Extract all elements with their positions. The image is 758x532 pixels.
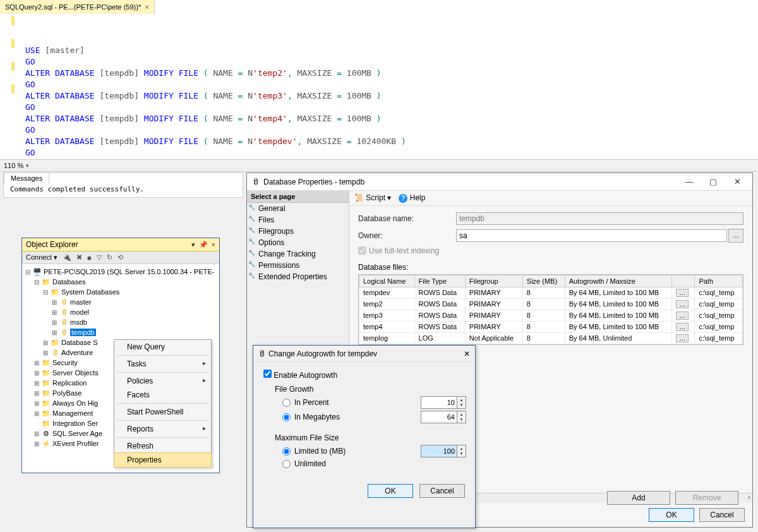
- unlimited-radio[interactable]: [282, 460, 291, 468]
- ctx-sep: [117, 372, 208, 373]
- ctx-tasks[interactable]: Tasks: [114, 357, 211, 371]
- ctx-powershell[interactable]: Start PowerShell: [114, 405, 211, 419]
- table-row[interactable]: temp4ROWS DataPRIMARY8By 64 MB, Limited …: [359, 321, 743, 332]
- col-header[interactable]: File Type: [414, 275, 465, 287]
- tab-label: SQLQuery2.sql - PE...(PETE-PC\pete (59))…: [5, 3, 141, 11]
- percent-input[interactable]: [421, 397, 457, 408]
- ctx-refresh[interactable]: Refresh: [114, 439, 211, 453]
- sql-editor[interactable]: USE [master]GOALTER DATABASE [tempdb] MO…: [0, 14, 758, 159]
- in-percent-radio[interactable]: [282, 399, 291, 407]
- table-row[interactable]: temp3ROWS DataPRIMARY8By 64 MB, Limited …: [359, 310, 743, 321]
- page-filegroups[interactable]: Filegroups: [247, 226, 349, 237]
- minimize-button[interactable]: —: [679, 177, 699, 186]
- pin-icon[interactable]: 📌: [199, 241, 208, 249]
- editor-gutter: [0, 14, 18, 159]
- close-button[interactable]: ✕: [727, 177, 747, 186]
- mb-input[interactable]: [421, 411, 457, 423]
- close-icon[interactable]: ×: [145, 3, 148, 11]
- help-button[interactable]: ? Help: [399, 193, 425, 203]
- page-change-tracking[interactable]: Change Tracking: [247, 248, 349, 260]
- messages-text: Commands completed successfully.: [4, 184, 243, 195]
- dlg-titlebar[interactable]: 🛢 Database Properties - tempdb — ▢ ✕: [247, 173, 752, 191]
- close-button[interactable]: ✕: [464, 349, 470, 358]
- enable-autogrowth-label: Enable Autogrowth: [274, 371, 337, 380]
- autogrowth-edit-button[interactable]: …: [676, 334, 689, 342]
- ag-cancel-button[interactable]: Cancel: [419, 484, 465, 498]
- oe-toolbar: Connect ▾ 🔌 ✖ ■ ▽ ↻ ⟲: [22, 251, 219, 264]
- cancel-button[interactable]: Cancel: [699, 508, 745, 522]
- ctx-reports[interactable]: Reports: [114, 422, 211, 436]
- col-header[interactable]: Path: [695, 275, 743, 287]
- autogrowth-edit-button[interactable]: …: [676, 300, 689, 308]
- table-row[interactable]: temp2ROWS DataPRIMARY8By 64 MB, Limited …: [359, 298, 743, 310]
- connect-icon[interactable]: 🔌: [63, 253, 71, 262]
- page-extended-properties[interactable]: Extended Properties: [247, 271, 349, 282]
- ctx-sep: [117, 437, 208, 438]
- messages-tab[interactable]: Messages: [4, 172, 49, 183]
- tree-model[interactable]: ⊞🛢model: [25, 307, 217, 317]
- stepper-icon[interactable]: ▲▼: [457, 411, 466, 423]
- limit-input[interactable]: [421, 445, 457, 457]
- stepper-icon[interactable]: ▲▼: [457, 397, 466, 408]
- tree-sysdb[interactable]: ⊟📁System Databases: [25, 287, 217, 297]
- stepper-icon[interactable]: ▲▼: [457, 445, 466, 457]
- messages-tab-label: Messages: [11, 174, 42, 182]
- fulltext-label: Use full-text indexing: [369, 246, 439, 255]
- dlg-title: Database Properties - tempdb: [263, 178, 364, 186]
- col-header[interactable]: Autogrowth / Maxsize: [565, 275, 672, 287]
- col-header[interactable]: Logical Name: [359, 275, 415, 287]
- ctx-policies[interactable]: Policies: [114, 374, 211, 388]
- col-header[interactable]: [672, 275, 695, 287]
- table-row[interactable]: templogLOGNot Applicable8By 64 MB, Unlim…: [359, 332, 743, 344]
- tree-server[interactable]: ⊟🖥️PETE-PC\SQL2019 (SQL Server 15.0.1000…: [25, 267, 217, 277]
- select-page-header: Select a page: [247, 191, 349, 203]
- filter-icon[interactable]: ▽: [97, 253, 102, 262]
- dropdown-icon[interactable]: ▾: [191, 241, 195, 249]
- page-files[interactable]: Files: [247, 214, 349, 226]
- fulltext-checkbox: [358, 246, 366, 255]
- ag-titlebar[interactable]: 🛢 Change Autogrowth for tempdev ✕: [253, 346, 475, 362]
- col-header[interactable]: Size (MB): [522, 275, 565, 287]
- autogrowth-edit-button[interactable]: …: [676, 289, 689, 297]
- close-icon[interactable]: ×: [212, 241, 215, 249]
- maximize-button[interactable]: ▢: [703, 177, 723, 186]
- tree-databases[interactable]: ⊟📁Databases: [25, 277, 217, 287]
- autogrowth-edit-button[interactable]: …: [676, 311, 689, 320]
- ag-ok-button[interactable]: OK: [368, 484, 413, 498]
- owner-input[interactable]: [456, 229, 727, 242]
- autogrowth-edit-button[interactable]: …: [676, 323, 689, 331]
- ctx-properties[interactable]: Properties: [114, 452, 212, 468]
- object-explorer-title: Object Explorer ▾ 📌 ×: [22, 238, 219, 251]
- col-header[interactable]: Filegroup: [465, 275, 522, 287]
- table-row[interactable]: tempdevROWS DataPRIMARY8By 64 MB, Limite…: [359, 287, 743, 298]
- ctx-new-query[interactable]: New Query: [114, 340, 211, 354]
- ctx-facets[interactable]: Facets: [114, 388, 211, 402]
- tree-tempdb[interactable]: ⊞🛢tempdb: [25, 327, 217, 337]
- sync-icon[interactable]: ⟲: [117, 253, 123, 262]
- ok-button[interactable]: OK: [649, 508, 694, 522]
- enable-autogrowth-checkbox[interactable]: [263, 370, 272, 378]
- editor-tab-bar: SQLQuery2.sql - PE...(PETE-PC\pete (59))…: [0, 0, 758, 14]
- editor-tab-active[interactable]: SQLQuery2.sql - PE...(PETE-PC\pete (59))…: [0, 0, 155, 14]
- stop-icon[interactable]: ■: [87, 254, 92, 262]
- tree-master[interactable]: ⊞🛢master: [25, 297, 217, 307]
- page-options[interactable]: Options: [247, 237, 349, 248]
- zoom-bar: 110 % ▾: [0, 159, 758, 172]
- page-general[interactable]: General: [247, 203, 349, 214]
- in-mb-radio[interactable]: [282, 413, 291, 421]
- owner-browse-button[interactable]: …: [728, 229, 743, 243]
- limited-label: Limited to (MB): [294, 447, 346, 456]
- files-grid[interactable]: Logical NameFile TypeFilegroupSize (MB)A…: [358, 274, 743, 345]
- script-button[interactable]: 📜 Script ▾: [354, 193, 391, 202]
- add-button[interactable]: Add: [607, 491, 670, 505]
- tree-msdb[interactable]: ⊞🛢msdb: [25, 317, 217, 327]
- chevron-down-icon[interactable]: ▾: [26, 162, 29, 169]
- files-label: Database files:: [358, 263, 743, 272]
- disconnect-icon[interactable]: ✖: [76, 253, 82, 262]
- autogrowth-dialog: 🛢 Change Autogrowth for tempdev ✕ Enable…: [253, 345, 476, 528]
- connect-button[interactable]: Connect ▾: [26, 253, 57, 262]
- filegrowth-label: File Growth: [275, 385, 465, 394]
- limited-radio[interactable]: [282, 447, 291, 456]
- page-permissions[interactable]: Permissions: [247, 260, 349, 271]
- refresh-icon[interactable]: ↻: [107, 253, 112, 262]
